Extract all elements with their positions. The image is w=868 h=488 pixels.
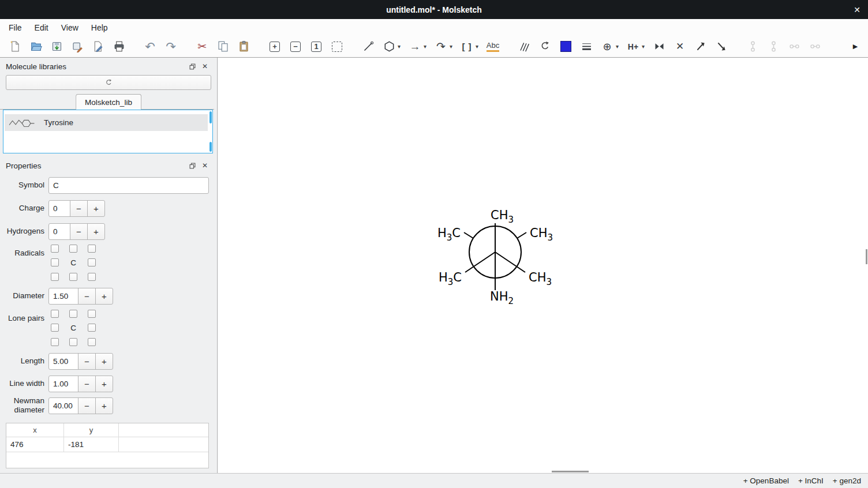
diameter-value-input[interactable] xyxy=(48,288,78,305)
horizontal-scrollbar-thumb[interactable] xyxy=(552,471,589,472)
lone-pair-checkbox[interactable] xyxy=(88,324,96,332)
delete-button[interactable]: ✕ xyxy=(672,39,688,55)
color-button[interactable] xyxy=(558,39,574,55)
library-close-button[interactable]: ✕ xyxy=(200,62,210,71)
hydrogens-increment-button[interactable]: + xyxy=(87,223,105,240)
hydrogen-dropdown-arrow[interactable]: ▾ xyxy=(640,43,646,50)
toolbar-overflow-button[interactable]: ▶ xyxy=(850,39,861,55)
lone-pair-checkbox[interactable] xyxy=(69,310,77,318)
newman-diameter-value-input[interactable] xyxy=(48,397,78,414)
coords-header-y[interactable]: y xyxy=(64,423,119,437)
newman-increment-button[interactable]: + xyxy=(95,397,113,414)
print-button[interactable] xyxy=(111,39,127,55)
save-button[interactable] xyxy=(48,39,65,55)
length-value-input[interactable] xyxy=(48,353,78,370)
ring-dropdown-arrow[interactable]: ▾ xyxy=(396,43,402,50)
diameter-decrement-button[interactable]: − xyxy=(78,288,96,305)
coords-header-x[interactable]: x xyxy=(6,423,64,437)
diameter-increment-button[interactable]: + xyxy=(95,288,113,305)
radical-checkbox[interactable] xyxy=(88,245,96,253)
curved-arrow-dropdown-arrow[interactable]: ▾ xyxy=(448,43,454,50)
properties-float-button[interactable] xyxy=(187,161,197,170)
vertical-scrollbar-thumb[interactable] xyxy=(866,249,867,264)
length-decrement-button[interactable]: − xyxy=(78,353,96,370)
arrow-tool-button[interactable]: → xyxy=(407,39,423,55)
paste-button[interactable] xyxy=(235,39,252,55)
open-button[interactable] xyxy=(28,39,44,55)
flip-horizontal-button[interactable] xyxy=(651,39,667,55)
radical-checkbox[interactable] xyxy=(88,273,96,281)
line-width-increment-button[interactable]: + xyxy=(95,376,113,392)
zoom-in-button[interactable]: + xyxy=(267,39,283,55)
zoom-fit-button[interactable] xyxy=(329,39,345,55)
cut-button[interactable]: ✂ xyxy=(194,39,210,55)
save-as-button[interactable] xyxy=(69,39,85,55)
symbol-input[interactable] xyxy=(48,177,209,194)
lone-pair-checkbox[interactable] xyxy=(69,338,77,346)
menu-file[interactable]: File xyxy=(2,23,28,32)
library-float-button[interactable] xyxy=(187,62,197,71)
window-close-button[interactable]: ✕ xyxy=(854,0,860,19)
tab-molsketch-lib[interactable]: Molsketch_lib xyxy=(76,94,141,110)
lone-pair-checkbox[interactable] xyxy=(51,324,59,332)
coords-cell-x[interactable]: 476 xyxy=(6,437,64,452)
lone-pair-checkbox[interactable] xyxy=(88,338,96,346)
zoom-out-button[interactable]: − xyxy=(287,39,304,55)
library-refresh-button[interactable] xyxy=(6,75,211,90)
menu-view[interactable]: View xyxy=(55,23,85,32)
bracket-tool-button[interactable]: [ ] xyxy=(459,39,475,55)
pen-arrow-down-button[interactable] xyxy=(713,39,729,55)
drawing-canvas[interactable]: CH3 H3C CH3 H3C CH3 NH2 xyxy=(218,58,868,473)
radical-checkbox[interactable] xyxy=(51,258,59,266)
newman-projection-drawing[interactable]: CH3 H3C CH3 H3C CH3 NH2 xyxy=(409,193,582,320)
length-increment-button[interactable]: + xyxy=(95,353,113,370)
optimize-geometry-button[interactable] xyxy=(744,39,761,55)
lone-pair-checkbox[interactable] xyxy=(88,310,96,318)
radical-checkbox[interactable] xyxy=(51,245,59,253)
redo-button[interactable]: ↷ xyxy=(163,39,179,55)
newman-decrement-button[interactable]: − xyxy=(78,397,96,414)
remove-hydrogens-button[interactable] xyxy=(786,39,802,55)
hydrogens-value-input[interactable] xyxy=(48,223,70,240)
undo-button[interactable]: ↶ xyxy=(142,39,158,55)
properties-close-button[interactable]: ✕ xyxy=(200,161,210,170)
lone-pair-checkbox[interactable] xyxy=(51,310,59,318)
text-tool-button[interactable]: Abc xyxy=(485,39,501,55)
new-file-button[interactable] xyxy=(7,39,23,55)
menu-help[interactable]: Help xyxy=(85,23,114,32)
library-scrollbar-thumb[interactable] xyxy=(209,142,212,152)
zoom-original-button[interactable]: 1 xyxy=(308,39,324,55)
line-width-button[interactable] xyxy=(578,39,594,55)
radical-checkbox[interactable] xyxy=(88,258,96,266)
menu-edit[interactable]: Edit xyxy=(28,23,55,32)
radical-checkbox[interactable] xyxy=(69,245,77,253)
charge-tool-button[interactable]: ⊕ xyxy=(599,39,615,55)
lone-pair-checkbox[interactable] xyxy=(51,338,59,346)
ring-tool-button[interactable] xyxy=(381,39,397,55)
pen-arrow-up-button[interactable] xyxy=(693,39,709,55)
charge-increment-button[interactable]: + xyxy=(87,200,105,217)
coords-cell-y[interactable]: -181 xyxy=(64,437,119,452)
library-scrollbar-thumb[interactable] xyxy=(209,111,212,123)
charge-decrement-button[interactable]: − xyxy=(70,200,88,217)
rotate-tool-button[interactable] xyxy=(537,39,553,55)
library-panel-header: Molecule libraries ✕ xyxy=(6,61,210,72)
line-width-decrement-button[interactable]: − xyxy=(78,376,96,392)
export-button[interactable] xyxy=(90,39,106,55)
charge-dropdown-arrow[interactable]: ▾ xyxy=(614,43,620,50)
curved-arrow-tool-button[interactable]: ↷ xyxy=(433,39,449,55)
radical-checkbox[interactable] xyxy=(51,273,59,281)
draw-bond-button[interactable] xyxy=(360,39,376,55)
radical-checkbox[interactable] xyxy=(69,273,77,281)
copy-button[interactable] xyxy=(215,39,231,55)
hydrogens-decrement-button[interactable]: − xyxy=(70,223,88,240)
hydrogen-tool-button[interactable]: H+ xyxy=(625,39,641,55)
arrow-dropdown-arrow[interactable]: ▾ xyxy=(422,43,428,50)
hatch-tool-button[interactable] xyxy=(516,39,532,55)
add-hydrogens-button[interactable] xyxy=(765,39,781,55)
list-item-tyrosine[interactable]: Tyrosine xyxy=(5,114,208,131)
bracket-dropdown-arrow[interactable]: ▾ xyxy=(474,43,480,50)
charge-value-input[interactable] xyxy=(48,200,70,217)
line-width-value-input[interactable] xyxy=(48,376,78,392)
generate-coords-button[interactable] xyxy=(807,39,823,55)
